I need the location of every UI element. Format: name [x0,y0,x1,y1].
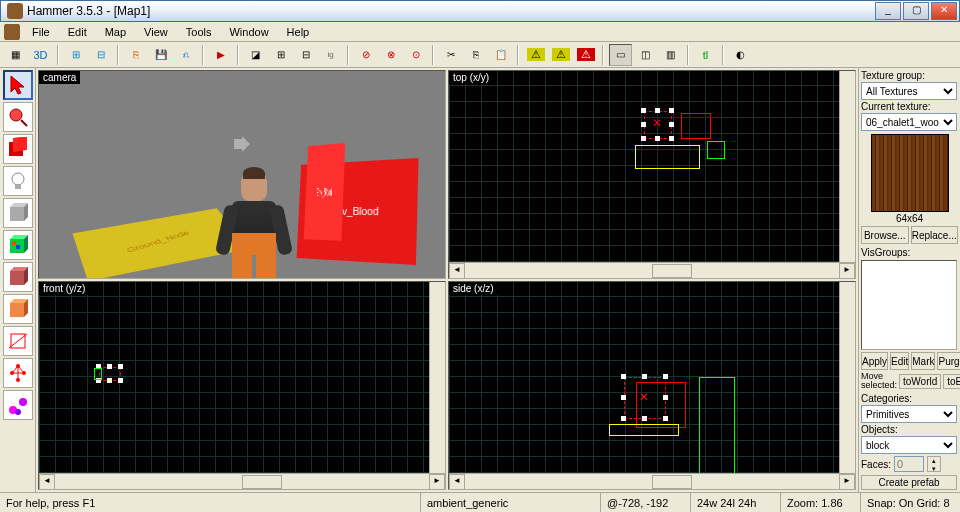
menu-view[interactable]: View [136,24,176,40]
menu-help[interactable]: Help [279,24,318,40]
objects-select[interactable]: block [861,436,957,454]
scrollbar-v[interactable] [839,71,855,262]
maximize-button[interactable]: ▢ [903,2,929,20]
tb-sel-face2-icon[interactable]: ▥ [659,44,682,66]
tool-decal[interactable] [3,294,33,324]
svg-point-4 [12,173,24,185]
curtex-select[interactable]: 06_chalet1_woo [861,113,957,131]
tb-cordon-yellow-icon[interactable]: ⚠ [524,44,547,66]
tb-grid2d-icon[interactable]: ▦ [4,44,27,66]
texgroup-select[interactable]: All Textures [861,82,957,100]
mark-button[interactable]: Mark [911,352,935,370]
toentity-button[interactable]: toEntity [943,374,960,389]
tb-ungroup-icon[interactable]: ⊟ [294,44,317,66]
viewport-label: top (x/y) [449,71,493,84]
create-prefab-button[interactable]: Create prefab [861,475,957,490]
viewport-camera[interactable]: camera Ground_Node Env_Blood Env_Blood [38,70,446,279]
tool-block[interactable] [3,198,33,228]
faces-spinner[interactable]: ▴▾ [927,456,941,472]
toworld-button[interactable]: toWorld [899,374,941,389]
menu-file[interactable]: File [24,24,58,40]
tool-light[interactable] [3,166,33,196]
speaker-icon [234,136,254,152]
tool-clip[interactable] [3,326,33,356]
tb-dispmask-icon[interactable]: ◐ [729,44,752,66]
svg-rect-8 [12,241,16,245]
tb-grid3d-icon[interactable]: 3D [29,44,52,66]
entity-yellow [635,145,700,169]
menu-window[interactable]: Window [221,24,276,40]
tool-palette [0,68,36,492]
tb-group-icon[interactable]: ⊞ [269,44,292,66]
right-panel: Texture group: All Textures Current text… [858,68,960,492]
replace-button[interactable]: Replace... [911,226,959,244]
scrollbar-h[interactable]: ◄► [449,262,855,278]
purge-button[interactable]: Purge [937,352,960,370]
tool-vertex[interactable] [3,358,33,388]
tb-run-icon[interactable]: ▶ [209,44,232,66]
texture-preview[interactable] [871,134,949,212]
tb-cordon-yellow2-icon[interactable]: ⚠ [549,44,572,66]
toolbar: ▦ 3D ⊞ ⊟ ⎘ 💾 ⎌ ▶ ◪ ⊞ ⊟ ig ⊘ ⊗ ⊙ ✂ ⎘ 📋 ⚠ … [0,42,960,68]
tb-carve-icon[interactable]: ◪ [244,44,267,66]
tb-load-icon[interactable]: ⎘ [124,44,147,66]
visgroups-list[interactable] [861,260,957,350]
entity-selected: ✕ [644,111,672,139]
tb-paste-icon[interactable]: 📋 [489,44,512,66]
categories-select[interactable]: Primitives [861,405,957,423]
tool-magnify[interactable] [3,102,33,132]
tb-reload-icon[interactable]: ⎌ [174,44,197,66]
scrollbar-h[interactable]: ◄► [449,473,855,489]
tb-texlock-icon[interactable]: tl [694,44,717,66]
tb-hide-icon[interactable]: ⊘ [354,44,377,66]
viewport-label: side (x/z) [449,282,498,295]
viewport-side[interactable]: side (x/z) ✕ ◄► [448,281,856,490]
scrollbar-v[interactable] [429,282,445,473]
texture-dimensions: 64x64 [861,213,958,224]
menu-edit[interactable]: Edit [60,24,95,40]
viewport-grid: camera Ground_Node Env_Blood Env_Blood t… [36,68,858,492]
tb-sel-brush-icon[interactable]: ▭ [609,44,632,66]
tool-entity[interactable] [3,134,33,164]
menu-tools[interactable]: Tools [178,24,220,40]
status-dims: 24w 24l 24h [690,493,780,512]
edit-button[interactable]: Edit [890,352,909,370]
tool-texture[interactable] [3,230,33,260]
status-entity: ambient_generic [420,493,600,512]
viewport-front[interactable]: front (y/z) ◄► [38,281,446,490]
apply-button[interactable]: Apply [861,352,888,370]
app-icon [7,3,23,19]
tool-selection[interactable] [3,70,33,100]
faces-label: Faces: [861,459,891,470]
tb-cut-icon[interactable]: ✂ [439,44,462,66]
menubar: File Edit Map View Tools Window Help [0,22,960,42]
svg-point-0 [10,109,22,121]
tool-path[interactable] [3,390,33,420]
tb-cordon-red-icon[interactable]: ⚠ [574,44,597,66]
viewport-top[interactable]: top (x/y) ✕ ◄► [448,70,856,279]
scrollbar-v[interactable] [839,282,855,473]
entity-yellow [609,424,679,436]
browse-button[interactable]: Browse... [861,226,909,244]
faces-input[interactable] [894,456,924,472]
tb-gridlarge-icon[interactable]: ⊟ [89,44,112,66]
close-button[interactable]: ✕ [931,2,957,20]
status-help: For help, press F1 [0,493,420,512]
tool-applytex[interactable] [3,262,33,292]
tb-ig-icon[interactable]: ig [319,44,342,66]
tb-hideun-icon[interactable]: ⊗ [379,44,402,66]
svg-rect-3 [13,137,27,152]
scrollbar-h[interactable]: ◄► [39,473,445,489]
viewport-label: camera [39,71,80,84]
minimize-button[interactable]: _ [875,2,901,20]
tb-show-icon[interactable]: ⊙ [404,44,427,66]
svg-line-21 [18,366,24,373]
status-coords: @-728, -192 [600,493,690,512]
tb-copy-icon[interactable]: ⎘ [464,44,487,66]
svg-line-20 [12,366,18,373]
tb-save-icon[interactable]: 💾 [149,44,172,66]
tb-gridsmall-icon[interactable]: ⊞ [64,44,87,66]
menu-map[interactable]: Map [97,24,134,40]
svg-point-23 [19,398,27,406]
tb-sel-face1-icon[interactable]: ◫ [634,44,657,66]
